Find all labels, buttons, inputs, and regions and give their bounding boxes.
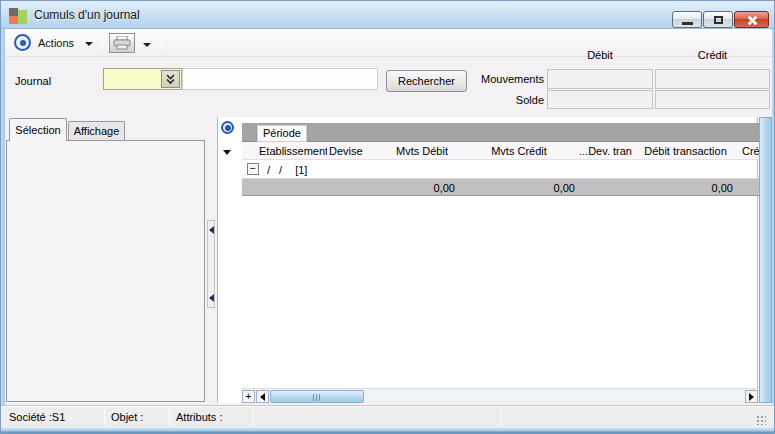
scrollbar-thumb[interactable]: [270, 390, 364, 403]
grid-record-icon[interactable]: [221, 121, 234, 134]
actions-caret-icon[interactable]: [85, 42, 93, 46]
arrow-right-icon: [749, 393, 754, 401]
journal-field[interactable]: [103, 68, 182, 90]
arrow-left-icon: [260, 393, 265, 401]
window-frame-bottom: [1, 428, 775, 434]
grid-header-row: Etablissement Devise Mvts Débit Mvts Cré…: [242, 142, 759, 160]
solde-debit-field: [547, 90, 653, 109]
close-icon: [746, 14, 758, 26]
column-header-mvts-credit[interactable]: Mvts Crédit: [459, 144, 579, 157]
total-mvts-credit: 0,00: [459, 181, 579, 194]
horizontal-scrollbar[interactable]: +: [242, 388, 759, 403]
column-header-dev-tran[interactable]: ...Dev. tran: [579, 144, 634, 157]
status-objet: Objet :: [111, 411, 143, 423]
total-debit-transaction: 0,00: [634, 181, 737, 194]
resize-grip-icon[interactable]: [756, 415, 766, 425]
status-divider: [169, 408, 170, 426]
group-row-date: / /: [259, 163, 285, 176]
double-chevron-down-icon: [165, 74, 176, 85]
close-button[interactable]: [734, 11, 769, 28]
column-header-debit-transaction[interactable]: Débit transaction: [634, 144, 737, 157]
window-frame-left: [1, 29, 5, 428]
journal-input[interactable]: [105, 71, 161, 83]
minimize-button[interactable]: [672, 11, 702, 28]
scrollbar-grip-icon: [313, 394, 321, 401]
column-header-credit-transaction[interactable]: Crédit transaction: [737, 144, 759, 157]
total-mvts-debit: 0,00: [385, 181, 459, 194]
collapse-left-icon[interactable]: [209, 294, 214, 302]
journal-description-field: [182, 68, 378, 90]
toolbar-separator: [102, 33, 103, 52]
status-divider: [104, 408, 105, 426]
mouvements-credit-field: [655, 69, 770, 89]
actions-menu[interactable]: Actions: [38, 37, 74, 49]
solde-credit-field: [655, 90, 770, 109]
group-chip-periode[interactable]: Période: [257, 125, 307, 142]
vertical-scrollbar[interactable]: [759, 117, 772, 403]
print-options-button[interactable]: [138, 33, 155, 53]
column-header-mvts-debit[interactable]: Mvts Débit: [385, 144, 459, 157]
search-button[interactable]: Rechercher: [386, 70, 467, 92]
titlebar[interactable]: Cumuls d'un journal: [1, 1, 775, 29]
tab-selection[interactable]: Sélection: [9, 118, 67, 141]
print-button[interactable]: [109, 33, 135, 53]
solde-label: Solde: [464, 94, 544, 106]
record-icon[interactable]: [14, 34, 31, 51]
journal-description: [183, 69, 377, 72]
maximize-button[interactable]: [703, 11, 733, 28]
printer-icon: [113, 36, 131, 50]
scroll-right-button[interactable]: [745, 390, 758, 403]
tab-affichage[interactable]: Affichage: [68, 121, 125, 141]
maximize-icon: [714, 16, 723, 24]
mouvements-debit-field: [547, 69, 653, 89]
status-attributs: Attributs :: [176, 411, 222, 423]
window-title: Cumuls d'un journal: [34, 1, 140, 29]
selection-panel: [6, 140, 205, 402]
status-divider: [253, 408, 254, 426]
toolbar-separator: [161, 33, 162, 52]
journal-dropdown-button[interactable]: [161, 70, 180, 88]
row-menu-icon[interactable]: [223, 150, 231, 155]
mouvements-label: Mouvements: [464, 73, 544, 85]
group-row[interactable]: − / / [1]: [242, 160, 759, 178]
add-row-button[interactable]: +: [242, 390, 255, 403]
panel-splitter[interactable]: [207, 220, 215, 308]
group-band[interactable]: Période: [242, 123, 759, 142]
app-window: Cumuls d'un journal Actions Journal: [0, 0, 775, 434]
debit-column-header: Débit: [547, 49, 653, 61]
status-bar: Société :S1 Objet : Attributs :: [1, 405, 775, 428]
collapse-left-icon[interactable]: [209, 226, 214, 234]
collapse-group-button[interactable]: −: [247, 163, 259, 175]
credit-column-header: Crédit: [655, 49, 770, 61]
print-caret-icon: [143, 43, 151, 47]
group-row-count: [1]: [285, 163, 307, 176]
status-societe: Société :S1: [9, 411, 65, 423]
column-header-etablissement[interactable]: Etablissement: [252, 144, 327, 157]
totals-row[interactable]: 0,00 0,00 0,00: [242, 178, 759, 196]
column-header-devise[interactable]: Devise: [327, 144, 385, 157]
scroll-left-button[interactable]: [256, 390, 269, 403]
results-grid: Période Etablissement Devise Mvts Débit …: [217, 117, 758, 403]
minimize-icon: [682, 22, 693, 25]
app-icon: [9, 7, 28, 25]
journal-label: Journal: [15, 75, 51, 87]
status-divider: [501, 408, 502, 426]
